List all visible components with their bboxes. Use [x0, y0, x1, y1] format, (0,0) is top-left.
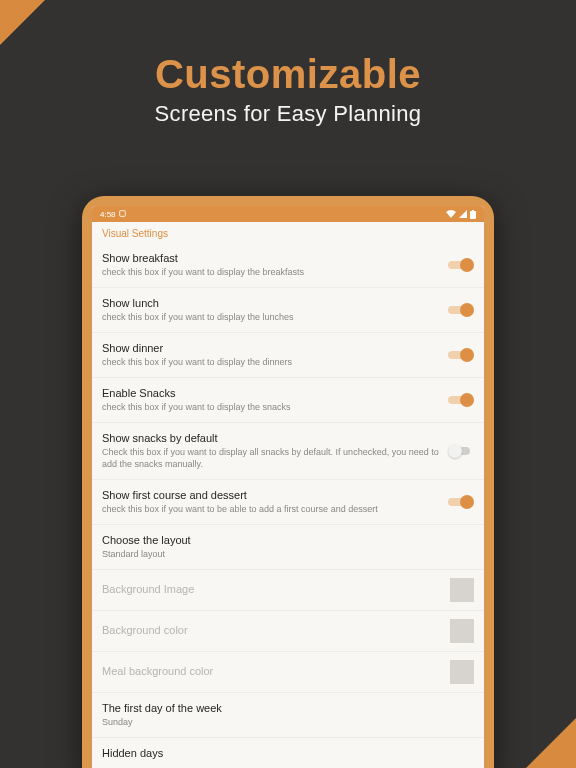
toggle-thumb	[460, 495, 474, 509]
row-title: Background Image	[102, 582, 442, 596]
svg-rect-0	[119, 210, 125, 216]
settings-row[interactable]: Choose the layoutStandard layout	[92, 525, 484, 570]
hero-title: Customizable	[0, 52, 576, 97]
settings-row[interactable]: Hidden days	[92, 738, 484, 768]
toggle-switch[interactable]	[448, 393, 474, 407]
status-time: 4:58	[100, 210, 116, 219]
wifi-icon	[446, 210, 456, 218]
tablet-screen: 4:58 Visual Settings Show breakfastcheck…	[92, 206, 484, 768]
row-text: Choose the layoutStandard layout	[102, 533, 474, 561]
tablet-frame: 4:58 Visual Settings Show breakfastcheck…	[82, 196, 494, 768]
toggle-switch[interactable]	[448, 348, 474, 362]
row-title: Show snacks by default	[102, 431, 440, 445]
row-subtitle: check this box if you want to display th…	[102, 357, 440, 369]
corner-accent-top-left	[0, 0, 45, 45]
row-text: Show dinnercheck this box if you want to…	[102, 341, 440, 369]
row-subtitle: Sunday	[102, 717, 474, 729]
row-subtitle: check this box if you want to be able to…	[102, 504, 440, 516]
color-swatch[interactable]	[450, 619, 474, 643]
toggle-thumb	[460, 303, 474, 317]
toggle-thumb	[460, 393, 474, 407]
row-title: Choose the layout	[102, 533, 474, 547]
settings-row[interactable]: Enable Snackscheck this box if you want …	[92, 378, 484, 423]
row-text: Enable Snackscheck this box if you want …	[102, 386, 440, 414]
corner-accent-bottom-right	[526, 718, 576, 768]
status-bar: 4:58	[92, 206, 484, 222]
toggle-switch[interactable]	[448, 258, 474, 272]
row-text: Meal background color	[102, 664, 442, 678]
row-text: Background color	[102, 623, 442, 637]
row-text: Show snacks by defaultCheck this box if …	[102, 431, 440, 471]
row-subtitle: check this box if you want to display th…	[102, 267, 440, 279]
row-text: Hidden days	[102, 746, 474, 760]
row-text: Show lunchcheck this box if you want to …	[102, 296, 440, 324]
toggle-switch[interactable]	[448, 495, 474, 509]
row-title: Show first course and dessert	[102, 488, 440, 502]
row-subtitle: Check this box if you want to display al…	[102, 447, 440, 470]
toggle-switch[interactable]	[448, 303, 474, 317]
row-text: Show breakfastcheck this box if you want…	[102, 251, 440, 279]
color-swatch[interactable]	[450, 578, 474, 602]
row-title: Meal background color	[102, 664, 442, 678]
battery-icon	[470, 210, 476, 219]
row-title: Hidden days	[102, 746, 474, 760]
row-subtitle: Standard layout	[102, 549, 474, 561]
row-subtitle: check this box if you want to display th…	[102, 312, 440, 324]
settings-row[interactable]: Show dinnercheck this box if you want to…	[92, 333, 484, 378]
section-title: Visual Settings	[92, 222, 484, 243]
row-title: Background color	[102, 623, 442, 637]
row-title: Enable Snacks	[102, 386, 440, 400]
svg-rect-2	[470, 211, 476, 219]
status-vpn-icon	[119, 210, 126, 219]
row-title: Show breakfast	[102, 251, 440, 265]
settings-row[interactable]: Show breakfastcheck this box if you want…	[92, 243, 484, 288]
settings-row[interactable]: Show lunchcheck this box if you want to …	[92, 288, 484, 333]
color-swatch[interactable]	[450, 660, 474, 684]
row-title: Show lunch	[102, 296, 440, 310]
toggle-thumb	[460, 348, 474, 362]
toggle-switch[interactable]	[448, 444, 474, 458]
row-title: Show dinner	[102, 341, 440, 355]
row-text: The first day of the weekSunday	[102, 701, 474, 729]
row-text: Show first course and dessertcheck this …	[102, 488, 440, 516]
settings-row[interactable]: The first day of the weekSunday	[92, 693, 484, 738]
settings-row[interactable]: Show snacks by defaultCheck this box if …	[92, 423, 484, 480]
settings-list[interactable]: Show breakfastcheck this box if you want…	[92, 243, 484, 768]
settings-row[interactable]: Show first course and dessertcheck this …	[92, 480, 484, 525]
hero: Customizable Screens for Easy Planning	[0, 0, 576, 127]
settings-row[interactable]: Meal background color	[92, 652, 484, 693]
settings-row[interactable]: Background color	[92, 611, 484, 652]
row-text: Background Image	[102, 582, 442, 596]
hero-subtitle: Screens for Easy Planning	[0, 101, 576, 127]
svg-rect-1	[472, 210, 474, 211]
row-subtitle: check this box if you want to display th…	[102, 402, 440, 414]
toggle-thumb	[460, 258, 474, 272]
toggle-thumb	[448, 444, 462, 458]
settings-row[interactable]: Background Image	[92, 570, 484, 611]
row-title: The first day of the week	[102, 701, 474, 715]
signal-icon	[459, 210, 467, 218]
